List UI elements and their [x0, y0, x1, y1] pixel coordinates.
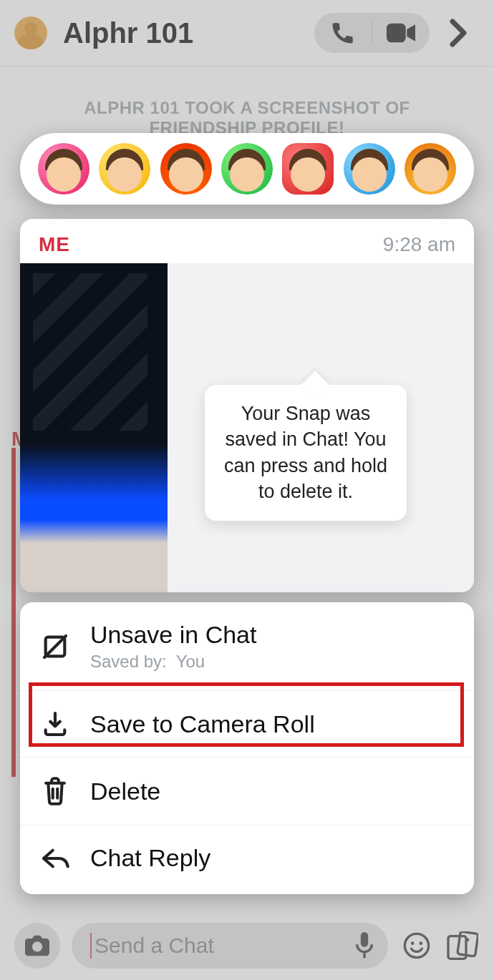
saved-by-value: You [176, 652, 205, 671]
message-time: 9:28 am [383, 233, 455, 256]
reaction-heart[interactable] [38, 143, 89, 195]
action-unsave[interactable]: Unsave in Chat Saved by: You [20, 602, 474, 691]
reaction-explode[interactable] [405, 143, 456, 195]
reaction-thumbs-up[interactable] [221, 143, 273, 195]
snap-thumbnail[interactable] [20, 263, 168, 592]
reaction-tears[interactable] [99, 143, 150, 195]
message-card[interactable]: ME 9:28 am Your Snap was saved in Chat! … [20, 219, 474, 592]
reaction-cry[interactable] [344, 143, 395, 195]
message-sender: ME [39, 233, 70, 256]
action-label: Delete [90, 778, 160, 805]
action-label: Unsave in Chat [90, 621, 256, 649]
annotation-highlight [29, 682, 464, 747]
action-delete[interactable]: Delete [20, 758, 474, 825]
reaction-thumbs-down[interactable] [282, 143, 334, 195]
reaction-fire[interactable] [160, 143, 212, 195]
unsave-icon [41, 632, 69, 661]
reaction-bar [20, 133, 474, 205]
saved-by-prefix: Saved by: [90, 652, 167, 671]
reply-icon [40, 845, 70, 872]
action-chat-reply[interactable]: Chat Reply [20, 825, 474, 891]
action-label: Chat Reply [90, 844, 210, 872]
svg-line-10 [44, 636, 66, 657]
action-sheet: Unsave in Chat Saved by: You Save to Cam… [20, 602, 474, 894]
save-tooltip: Your Snap was saved in Chat! You can pre… [205, 385, 407, 521]
trash-icon [41, 776, 69, 806]
